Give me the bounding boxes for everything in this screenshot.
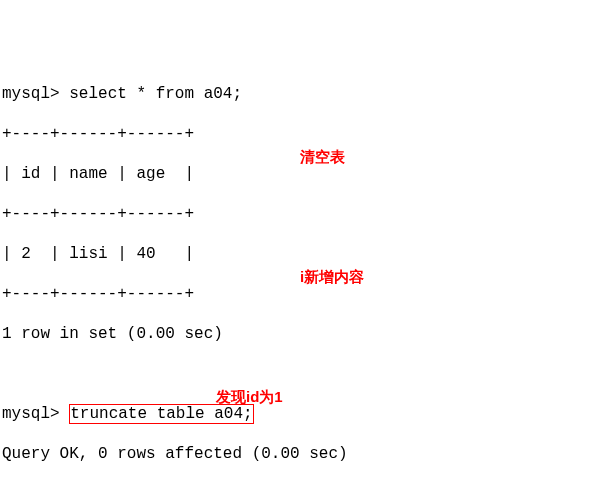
line-query1: mysql> select * from a04;: [2, 84, 607, 104]
table1-border: +----+------+------+: [2, 204, 607, 224]
table1-header: | id | name | age |: [2, 164, 607, 184]
result-truncate: Query OK, 0 rows affected (0.00 sec): [2, 444, 607, 464]
blank-line: [2, 364, 607, 384]
table1-row: | 2 | lisi | 40 |: [2, 244, 607, 264]
prompt: mysql>: [2, 85, 60, 103]
table1-border: +----+------+------+: [2, 284, 607, 304]
note-clear-table: 清空表: [300, 147, 345, 167]
note-id-found: 发现id为1: [216, 387, 283, 407]
sql-command: select * from a04;: [69, 85, 242, 103]
line-truncate: mysql> truncate table a04;: [2, 404, 607, 424]
table1-summary: 1 row in set (0.00 sec): [2, 324, 607, 344]
prompt: mysql>: [2, 405, 60, 423]
note-insert-new: i新增内容: [300, 267, 364, 287]
table1-border: +----+------+------+: [2, 124, 607, 144]
sql-truncate-box: truncate table a04;: [69, 404, 253, 424]
blank-line: [2, 484, 607, 500]
